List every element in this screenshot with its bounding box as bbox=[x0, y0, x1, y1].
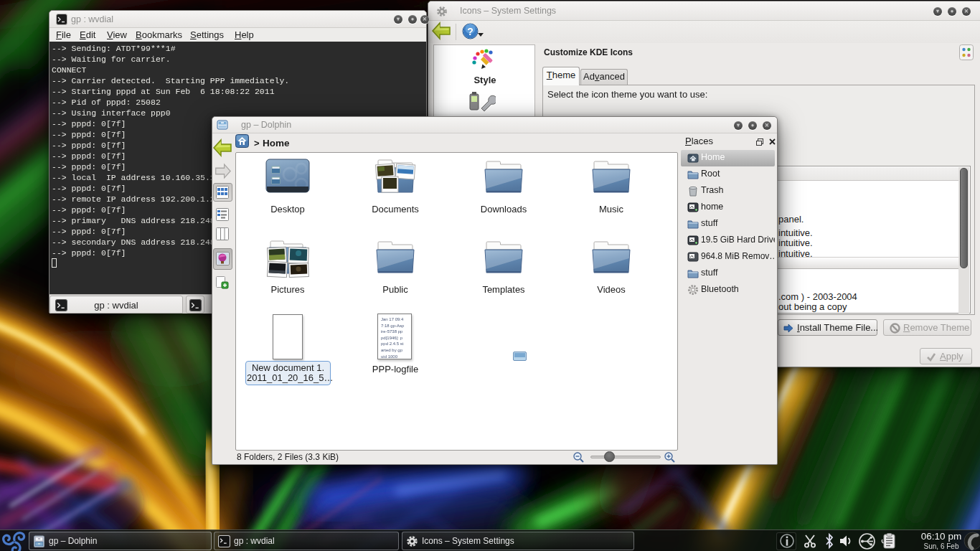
svg-text:?: ? bbox=[467, 26, 473, 37]
